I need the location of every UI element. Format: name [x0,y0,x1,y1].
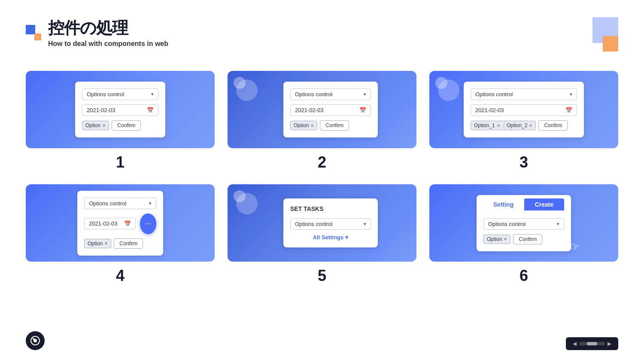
card4-tag-remove-icon[interactable]: ✕ [104,241,108,246]
card3-tag1-remove-icon[interactable]: ✕ [497,123,500,128]
card2-date-value: 2021-02-03 [295,107,324,113]
card6-panel: Setting Create Options control ▾ Option … [477,195,571,251]
card5-select[interactable]: Options control ▾ [290,218,371,230]
card3-panel: Options control ▾ 2021-02-03 📅 Option_1 … [464,82,584,137]
card3-date-value: 2021-02-03 [475,107,504,113]
card2-panel: Options control ▾ 2021-02-03 📅 Option ✕ … [283,82,378,137]
card2-confirm-button[interactable]: Confirm [320,120,349,131]
card-wrapper-1: Options control ▾ 2021-02-03 📅 Option ✕ … [26,71,215,171]
card6-select[interactable]: Options control ▾ [483,218,564,230]
deco-orange-rect [603,36,618,52]
card6-tag-label: Option [487,236,502,242]
card6-tab-create[interactable]: Create [524,198,564,210]
card3-tag1[interactable]: Option_1 ✕ [474,122,500,128]
logo-orange-square [34,34,41,40]
card4-action-button[interactable]: ··· [140,214,156,234]
card4-tag[interactable]: Option ✕ [84,239,111,248]
card2-calendar-icon: 📅 [359,107,366,113]
card4-confirm-button[interactable]: Confirm [114,238,143,249]
cards-grid: Options control ▾ 2021-02-03 📅 Option ✕ … [26,71,618,285]
card2-tag-row: Option ✕ Confirm [290,120,371,131]
card5-number: 5 [318,267,326,285]
card3-confirm-button[interactable]: Confirm [538,120,568,131]
card3-tag2-label: Option_2 [507,122,528,128]
card4-chevron-icon: ▾ [149,201,152,206]
card4-panel: Options control ▾ 2021-02-03 📅 ··· Optio… [77,191,163,256]
card1-panel: Options control ▾ 2021-02-03 📅 Option ✕ … [75,82,165,137]
scrollbar-element: ◀ ▶ [566,337,618,350]
card4-number: 4 [116,267,125,285]
scroll-left-arrow: ◀ [573,341,577,347]
card-wrapper-4: Options control ▾ 2021-02-03 📅 ··· Optio… [26,184,215,285]
card4-dots-icon: ··· [145,219,151,228]
card1-tag-remove-icon[interactable]: ✕ [102,123,106,128]
card2-select[interactable]: Options control ▾ [290,88,371,100]
card-6: Setting Create Options control ▾ Option … [429,184,618,262]
card3-tag2[interactable]: Option_2 ✕ [504,122,533,128]
card6-tag[interactable]: Option ✕ [483,235,510,244]
card6-chevron-icon: ▾ [557,221,559,227]
card3-tag1-label: Option_1 [474,122,495,128]
card1-chevron-icon: ▾ [151,92,154,97]
card5-chevron-down-icon: ▾ [345,234,348,241]
card2-tag-remove-icon[interactable]: ✕ [310,123,314,128]
card5-all-settings[interactable]: All Settings ▾ [290,234,371,241]
card2-number: 2 [318,153,326,171]
card-wrapper-2: Options control ▾ 2021-02-03 📅 Option ✕ … [228,71,416,171]
card-2: Options control ▾ 2021-02-03 📅 Option ✕ … [228,71,416,148]
card-wrapper-5: SET TASKS Options control ▾ All Settings… [228,184,416,285]
card3-select[interactable]: Options control ▾ [471,88,577,100]
card3-calendar-icon: 📅 [565,107,572,113]
card6-content: Setting Create Options control ▾ Option … [477,195,571,251]
card6-tab-setting[interactable]: Setting [483,198,523,210]
card1-number: 1 [116,153,125,171]
card1-select-label: Options control [87,91,124,98]
card4-tag-label: Option [88,241,103,247]
card6-confirm-button[interactable]: Confirm [513,234,542,244]
page-header: 控件の処理 How to deal with components in web [26,17,168,48]
card1-tag[interactable]: Option ✕ [82,121,109,130]
card1-tag-row: Option ✕ Confirm [82,120,158,131]
card1-date-value: 2021-02-03 [87,107,115,113]
card-3: Options control ▾ 2021-02-03 📅 Option_1 … [429,71,618,148]
scroll-track [579,342,605,345]
card5-panel: SET TASKS Options control ▾ All Settings… [283,198,378,247]
card6-number: 6 [519,267,528,285]
page-subtitle: How to deal with components in web [48,40,168,48]
card6-tab-row: Setting Create [483,198,564,210]
header-logo [26,25,41,40]
card3-tag-row: Option_1 ✕ Option_2 ✕ Confirm [471,120,577,131]
card2-date[interactable]: 2021-02-03 📅 [290,104,371,116]
card3-select-label: Options control [475,91,513,98]
card3-date[interactable]: 2021-02-03 📅 [471,104,577,116]
card6-tag-remove-icon[interactable]: ✕ [504,237,507,241]
card3-chevron-icon: ▾ [570,92,572,97]
card2-chevron-icon: ▾ [364,92,366,97]
card6-tag-row: Option ✕ Confirm [483,234,564,244]
card4-date-row: 2021-02-03 📅 ··· [84,214,156,234]
card-wrapper-6: Setting Create Options control ▾ Option … [429,184,618,285]
card4-select[interactable]: Options control ▾ [84,198,156,209]
card1-date[interactable]: 2021-02-03 📅 [82,104,158,116]
svg-point-2 [33,338,34,340]
card3-circle-sm-deco [435,77,447,89]
card-4: Options control ▾ 2021-02-03 📅 ··· Optio… [26,184,215,262]
card5-select-label: Options control [295,221,332,227]
cursor-icon: ☞ [568,239,580,254]
logo-icon [30,336,40,346]
card3-tag2-remove-icon[interactable]: ✕ [529,123,532,128]
logo-blue-square [26,25,35,34]
card1-calendar-icon: 📅 [147,107,154,113]
card1-select[interactable]: Options control ▾ [82,88,158,100]
card-1: Options control ▾ 2021-02-03 📅 Option ✕ … [26,71,215,148]
header-text: 控件の処理 How to deal with components in web [48,17,168,48]
card2-circle-sm-deco [234,77,246,89]
card4-tag-row: Option ✕ Confirm [84,238,156,249]
card1-confirm-button[interactable]: Confirm [112,120,141,131]
card-5: SET TASKS Options control ▾ All Settings… [228,184,416,262]
card4-calendar-icon: 📅 [124,220,131,227]
card4-select-label: Options control [89,200,126,207]
bottom-logo [26,331,45,350]
card4-date[interactable]: 2021-02-03 📅 [84,218,136,229]
card2-tag[interactable]: Option ✕ [290,121,317,130]
